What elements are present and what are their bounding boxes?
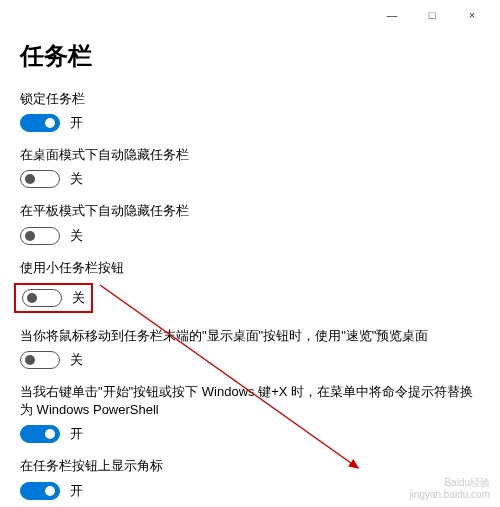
maximize-button[interactable]: □ bbox=[412, 1, 452, 29]
settings-content: 任务栏 锁定任务栏开在桌面模式下自动隐藏任务栏关在平板模式下自动隐藏任务栏关使用… bbox=[0, 30, 500, 507]
toggle-knob bbox=[25, 231, 35, 241]
toggle-state-label: 关 bbox=[70, 227, 83, 245]
setting-label: 在平板模式下自动隐藏任务栏 bbox=[20, 202, 480, 220]
toggle-state-label: 开 bbox=[70, 114, 83, 132]
toggle-row: 开 bbox=[20, 425, 480, 443]
watermark-site: jingyan.baidu.com bbox=[409, 489, 490, 501]
toggle-state-label: 开 bbox=[70, 482, 83, 500]
toggle-state-label: 开 bbox=[70, 425, 83, 443]
setting-label: 在任务栏按钮上显示角标 bbox=[20, 457, 480, 475]
toggle-row: 开 bbox=[20, 114, 480, 132]
toggle-state-label: 关 bbox=[70, 351, 83, 369]
setting-item: 当你将鼠标移动到任务栏末端的"显示桌面"按钮时，使用"速览"预览桌面关 bbox=[20, 327, 480, 369]
toggle-switch[interactable] bbox=[22, 289, 62, 307]
setting-label: 锁定任务栏 bbox=[20, 90, 480, 108]
toggle-switch[interactable] bbox=[20, 351, 60, 369]
toggle-knob bbox=[25, 174, 35, 184]
toggle-knob bbox=[27, 293, 37, 303]
setting-label: 当我右键单击"开始"按钮或按下 Windows 键+X 时，在菜单中将命令提示符… bbox=[20, 383, 480, 419]
setting-item: 在平板模式下自动隐藏任务栏关 bbox=[20, 202, 480, 244]
setting-item: 在桌面模式下自动隐藏任务栏关 bbox=[20, 146, 480, 188]
toggle-knob bbox=[45, 486, 55, 496]
toggle-knob bbox=[45, 429, 55, 439]
toggle-row: 关 bbox=[20, 170, 480, 188]
minimize-button[interactable]: — bbox=[372, 1, 412, 29]
toggle-switch[interactable] bbox=[20, 114, 60, 132]
toggle-state-label: 关 bbox=[70, 170, 83, 188]
watermark-brand: Baidu经验 bbox=[409, 477, 490, 489]
toggle-knob bbox=[25, 355, 35, 365]
toggle-switch[interactable] bbox=[20, 425, 60, 443]
toggle-switch[interactable] bbox=[20, 227, 60, 245]
toggle-row: 关 bbox=[14, 283, 93, 313]
setting-item: 锁定任务栏开 bbox=[20, 90, 480, 132]
toggle-row: 关 bbox=[20, 351, 480, 369]
toggle-knob bbox=[45, 118, 55, 128]
setting-item: 使用小任务栏按钮关 bbox=[20, 259, 480, 313]
toggle-switch[interactable] bbox=[20, 482, 60, 500]
setting-item: 当我右键单击"开始"按钮或按下 Windows 键+X 时，在菜单中将命令提示符… bbox=[20, 383, 480, 443]
toggle-switch[interactable] bbox=[20, 170, 60, 188]
setting-label: 使用小任务栏按钮 bbox=[20, 259, 480, 277]
page-title: 任务栏 bbox=[20, 40, 480, 72]
toggle-state-label: 关 bbox=[72, 289, 85, 307]
close-button[interactable]: × bbox=[452, 1, 492, 29]
toggle-row: 关 bbox=[20, 227, 480, 245]
setting-label: 在桌面模式下自动隐藏任务栏 bbox=[20, 146, 480, 164]
setting-label: 当你将鼠标移动到任务栏末端的"显示桌面"按钮时，使用"速览"预览桌面 bbox=[20, 327, 480, 345]
window-titlebar: — □ × bbox=[0, 0, 500, 30]
watermark: Baidu经验 jingyan.baidu.com bbox=[409, 477, 490, 501]
